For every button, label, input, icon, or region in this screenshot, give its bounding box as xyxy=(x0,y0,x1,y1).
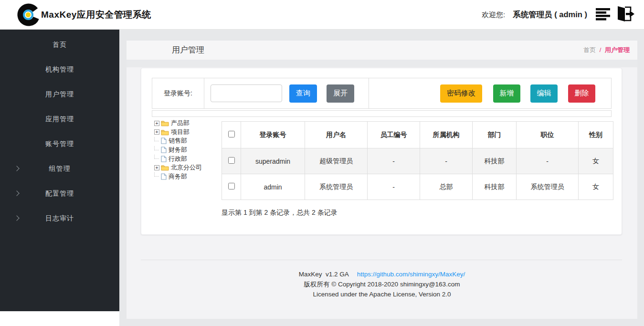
sidebar-item-label: 首页 xyxy=(53,41,67,49)
sidebar-item-label: 应用管理 xyxy=(45,115,74,124)
tree-connector xyxy=(154,137,159,141)
table-row[interactable]: admin 系统管理员 - 总部 科技部 系统管理员 女 xyxy=(222,174,613,200)
sidebar-item[interactable]: 账号管理 xyxy=(0,132,119,157)
tree-connector xyxy=(154,172,159,177)
content-region: 用户管理 首页 / 用户管理 登录账号: 查询 展开 xyxy=(119,30,644,326)
tree-node-label: 财务部 xyxy=(169,146,187,154)
col-employee-no: 员工编号 xyxy=(368,122,420,148)
footer-license: Licensed under the Apache License, Versi… xyxy=(127,289,637,299)
select-all-checkbox[interactable] xyxy=(228,131,235,137)
cell-username: 系统管理员 xyxy=(305,174,368,200)
sidebar-item-label: 组管理 xyxy=(49,165,71,173)
sidebar-item-label: 账号管理 xyxy=(45,140,74,148)
expand-button[interactable]: 展开 xyxy=(327,84,354,103)
table-row[interactable]: superadmin 超级管理员 - - 科技部 - 女 xyxy=(222,148,613,174)
cell-employee-no: - xyxy=(368,174,420,200)
content-wrapper: 用户管理 首页 / 用户管理 登录账号: 查询 展开 xyxy=(127,41,637,319)
row-checkbox[interactable] xyxy=(228,183,235,189)
chevron-right-icon xyxy=(14,166,19,171)
sidebar-item[interactable]: 日志审计 xyxy=(0,206,119,231)
menu-list-icon[interactable] xyxy=(596,7,613,23)
search-form: 登录账号: 查询 展开 密码修改 新增 编辑 删除 xyxy=(152,78,612,109)
sidebar-item[interactable]: 配置管理 xyxy=(0,181,119,206)
breadcrumb-current: 用户管理 xyxy=(605,46,630,53)
app-title: MaxKey应用安全管理系统 xyxy=(41,9,151,21)
main-card: 登录账号: 查询 展开 密码修改 新增 编辑 删除 xyxy=(141,68,622,235)
brand: MaxKey应用安全管理系统 xyxy=(17,3,151,26)
footer-line-1: MaxKey v1.2 GA https://github.com/shimin… xyxy=(127,269,637,279)
col-department: 部门 xyxy=(473,122,517,148)
tree-node-label: 项目部 xyxy=(171,128,190,137)
select-all-cell xyxy=(222,122,241,148)
add-button[interactable]: 新增 xyxy=(493,84,520,103)
tree-node[interactable]: + xyxy=(154,128,220,137)
expand-plus-icon[interactable]: + xyxy=(154,129,159,135)
cell-login-account: admin xyxy=(241,174,305,200)
footer-github-link[interactable]: https://github.com/shimingxy/MaxKey/ xyxy=(357,271,465,278)
sidebar-item[interactable]: 机构管理 xyxy=(0,57,119,82)
tree-node[interactable]: + xyxy=(154,119,220,128)
document-icon xyxy=(161,173,167,180)
footer-version: MaxKey v1.2 GA xyxy=(299,271,348,278)
tree-node[interactable]: + xyxy=(154,146,220,155)
expand-plus-icon[interactable]: + xyxy=(154,121,159,126)
col-position: 职位 xyxy=(517,122,579,148)
page-header-bar: 用户管理 首页 / 用户管理 xyxy=(127,41,637,60)
search-controls: 查询 展开 xyxy=(204,78,369,108)
tree-node-label: 销售部 xyxy=(169,137,187,145)
table-toolbar-strip xyxy=(152,110,612,117)
row-checkbox[interactable] xyxy=(228,157,235,164)
password-change-button[interactable]: 密码修改 xyxy=(440,84,482,103)
expand-plus-icon[interactable]: + xyxy=(154,165,159,170)
row-select-cell xyxy=(222,148,241,174)
query-button[interactable]: 查询 xyxy=(289,84,317,103)
org-tree: + xyxy=(154,119,220,181)
current-user: 系统管理员 ( admin ) xyxy=(513,10,587,20)
tree-connector xyxy=(154,146,159,150)
login-account-input[interactable] xyxy=(211,84,282,102)
sidebar-item[interactable]: 组管理 xyxy=(0,157,119,181)
folder-icon xyxy=(161,129,169,136)
sidebar-item[interactable]: 应用管理 xyxy=(0,107,119,132)
sidebar-item[interactable]: 用户管理 xyxy=(0,82,119,107)
maxkey-logo-icon xyxy=(17,3,40,26)
cell-position: 系统管理员 xyxy=(517,174,579,200)
edit-button[interactable]: 编辑 xyxy=(530,84,558,103)
breadcrumb-home-link[interactable]: 首页 xyxy=(583,46,596,53)
action-buttons: 密码修改 新增 编辑 删除 xyxy=(369,78,611,108)
sidebar-item-label: 机构管理 xyxy=(45,65,74,74)
top-right-controls: 欢迎您: 系统管理员 ( admin ) xyxy=(482,0,635,30)
col-login-account: 登录账号 xyxy=(241,122,305,148)
document-icon xyxy=(161,156,167,162)
cell-gender: 女 xyxy=(579,148,613,174)
login-account-label: 登录账号: xyxy=(152,78,204,108)
footer-copyright: 版权所有 © Copyright 2018-2020 shimingxy@163… xyxy=(127,279,637,289)
cell-gender: 女 xyxy=(579,174,613,200)
sidebar-item[interactable]: 首页 xyxy=(0,32,119,57)
tree-node[interactable]: + xyxy=(154,137,220,146)
sidebar-nav: 首页 机构管理 用户管理 应用管理 账号管理 xyxy=(0,30,119,311)
tree-node-label: 商务部 xyxy=(169,172,187,181)
document-icon xyxy=(161,137,167,144)
cell-department: 科技部 xyxy=(473,148,517,174)
tree-node-label: 行政部 xyxy=(169,155,187,163)
logout-icon[interactable] xyxy=(615,6,635,24)
page-footer: MaxKey v1.2 GA https://github.com/shimin… xyxy=(127,269,637,299)
tree-node[interactable]: + xyxy=(154,154,220,163)
app-window: MaxKey应用安全管理系统 欢迎您: 系统管理员 ( admin ) xyxy=(0,0,644,326)
users-table: 登录账号 用户名 员工编号 所属机构 部门 职位 性别 xyxy=(222,121,613,200)
footer-divider xyxy=(141,260,622,260)
tree-node[interactable]: + xyxy=(154,172,220,181)
sidebar-item-label: 用户管理 xyxy=(45,90,74,99)
document-icon xyxy=(161,147,167,153)
cell-login-account: superadmin xyxy=(241,148,305,174)
table-header-row: 登录账号 用户名 员工编号 所属机构 部门 职位 性别 xyxy=(222,122,613,148)
cell-department: 科技部 xyxy=(473,174,517,200)
tree-node[interactable]: + xyxy=(154,163,220,172)
sidebar-item-label: 配置管理 xyxy=(45,189,74,198)
sidebar-item-label: 日志审计 xyxy=(45,214,74,223)
welcome-label: 欢迎您: xyxy=(482,11,505,20)
folder-icon xyxy=(161,120,169,126)
delete-button[interactable]: 删除 xyxy=(568,84,595,103)
header-gap-band xyxy=(127,60,637,67)
